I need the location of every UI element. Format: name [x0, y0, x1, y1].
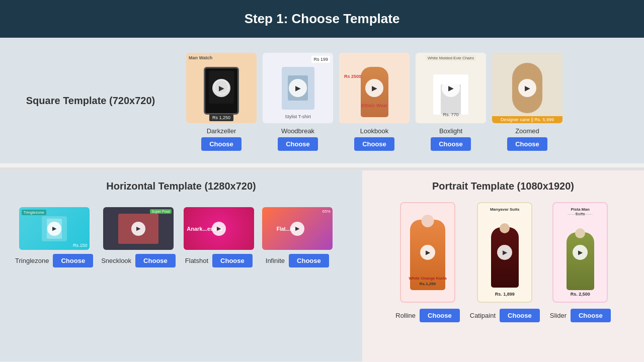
- portrait-template-section: Portrait Template (1080x1920) White Oran…: [362, 170, 644, 361]
- zoomed-play[interactable]: ▶: [518, 79, 536, 97]
- template-thumb-snecklook[interactable]: Super Pose ▶: [103, 207, 174, 250]
- catipaint-name: Catipaint: [470, 312, 496, 319]
- square-templates-row: Man Watch Rs 1,250 ▶ Darkzeller Choose R…: [181, 43, 644, 158]
- template-thumb-slider[interactable]: Pista ManSuits Rs. 2,500 ▶: [552, 202, 608, 303]
- flatshot-play[interactable]: ▶: [212, 222, 226, 236]
- horiz-templates-row: Tringlezone Rs.150 ▶ Tringlezone Choose …: [10, 207, 352, 267]
- template-thumb-catipaint[interactable]: Manyavar Suits Rs. 1,899 ▶: [477, 202, 532, 303]
- boxlight-price: Rs. 770: [443, 112, 458, 117]
- template-item-boxlight: White Molded Evie Chairs Rs. 770 ▶ Boxli…: [416, 53, 486, 151]
- template-thumb-infinite[interactable]: Flat...ies 65% ▶: [262, 207, 333, 250]
- lookbook-footer: Lookbook Choose: [339, 127, 410, 151]
- slider-name: Slider: [550, 312, 567, 319]
- template-item-woodbreak: Rs 199 Stylist T-shirt ▶ Woodbreak Choos…: [263, 53, 333, 151]
- woodbreak-play[interactable]: ▶: [289, 79, 307, 97]
- darkzeller-name: Darkzeller: [207, 127, 236, 135]
- bottom-section: Horizontal Template (644x362) Tringlezo…: [0, 170, 644, 361]
- template-item-snecklook: Super Pose ▶ Snecklook Choose: [101, 207, 176, 267]
- boxlight-play[interactable]: ▶: [442, 79, 460, 97]
- lookbook-price: Rs 2500: [344, 74, 361, 79]
- lookbook-play[interactable]: ▶: [365, 79, 383, 97]
- template-thumb-darkzeller[interactable]: Man Watch Rs 1,250 ▶: [186, 53, 257, 123]
- template-thumb-lookbook[interactable]: Rs 2500 Ethnic Wear ▶: [339, 53, 410, 123]
- tringlezone-name: Tringlezone: [15, 257, 49, 264]
- boxlight-title-top: White Molded Evie Chairs: [426, 55, 476, 61]
- template-thumb-boxlight[interactable]: White Molded Evie Chairs Rs. 770 ▶: [416, 53, 486, 123]
- darkzeller-choose-btn[interactable]: Choose: [201, 137, 242, 151]
- snecklook-play[interactable]: ▶: [131, 222, 145, 236]
- darkzeller-play[interactable]: ▶: [212, 79, 230, 97]
- darkzeller-label-top: Man Watch: [189, 55, 212, 60]
- woodbreak-footer: Woodbreak Choose: [263, 127, 333, 151]
- template-item-darkzeller: Man Watch Rs 1,250 ▶ Darkzeller Choose: [186, 53, 257, 151]
- template-item-catipaint: Manyavar Suits Rs. 1,899 ▶ Catipaint Cho…: [470, 202, 540, 322]
- template-item-rolline: White Orange KurtaRs.1,250 ▶ Rolline Cho…: [395, 202, 459, 322]
- boxlight-name: Boxlight: [439, 127, 462, 135]
- slider-play[interactable]: ▶: [573, 245, 588, 260]
- flatshot-name: Flatshot: [185, 257, 208, 264]
- rolline-name: Rolline: [395, 312, 416, 319]
- page-header: Step 1: Choose Template: [0, 0, 644, 38]
- template-item-tringlezone: Tringlezone Rs.150 ▶ Tringlezone Choose: [15, 207, 93, 267]
- template-item-slider: Pista ManSuits Rs. 2,500 ▶ Slider Choose: [550, 202, 611, 322]
- lookbook-choose-btn[interactable]: Choose: [354, 137, 394, 151]
- lookbook-name: Lookbook: [360, 127, 388, 135]
- flatshot-choose-btn[interactable]: Choose: [212, 254, 253, 267]
- catipaint-choose-btn[interactable]: Choose: [500, 309, 540, 322]
- template-thumb-rolline[interactable]: White Orange KurtaRs.1,250 ▶: [400, 202, 455, 303]
- template-thumb-tringlezone[interactable]: Tringlezone Rs.150 ▶: [19, 207, 90, 250]
- template-thumb-zoomed[interactable]: Designer cane || Rs. 5,999 ▶: [492, 53, 562, 123]
- rolline-play[interactable]: ▶: [420, 245, 435, 260]
- lookbook-label: Ethnic Wear: [361, 103, 387, 108]
- template-item-flatshot: Anark...esses ▶ Flatshot Choose: [184, 207, 254, 267]
- template-thumb-flatshot[interactable]: Anark...esses ▶: [184, 207, 254, 250]
- zoomed-price-bar: Designer cane || Rs. 5,999: [492, 116, 562, 123]
- template-item-zoomed: Designer cane || Rs. 5,999 ▶ Zoomed Choo…: [492, 53, 562, 151]
- woodbreak-choose-btn[interactable]: Choose: [278, 137, 318, 151]
- woodbreak-price-top: Rs 199: [311, 56, 330, 63]
- square-template-label: Square Template (720x720): [0, 43, 181, 158]
- square-template-section: Square Template (720x720) Man Watch Rs 1…: [0, 38, 644, 163]
- slider-choose-btn[interactable]: Choose: [571, 309, 611, 322]
- snecklook-choose-btn[interactable]: Choose: [135, 254, 176, 267]
- tringlezone-play[interactable]: ▶: [47, 222, 61, 236]
- snecklook-name: Snecklook: [101, 257, 131, 264]
- infinite-choose-btn[interactable]: Choose: [289, 254, 329, 267]
- snecklook-badge: Super Pose: [150, 209, 172, 214]
- darkzeller-price: Rs 1,250: [209, 114, 233, 121]
- rolline-choose-btn[interactable]: Choose: [420, 309, 460, 322]
- template-item-infinite: Flat...ies 65% ▶ Infinite Choose: [262, 207, 333, 267]
- tringlezone-choose-btn[interactable]: Choose: [53, 254, 93, 267]
- zoomed-choose-btn[interactable]: Choose: [507, 137, 547, 151]
- template-thumb-woodbreak[interactable]: Rs 199 Stylist T-shirt ▶: [263, 53, 333, 123]
- infinite-name: Infinite: [266, 257, 285, 264]
- zoomed-name: Zoomed: [515, 127, 539, 135]
- zoomed-footer: Zoomed Choose: [492, 127, 562, 151]
- portrait-template-label: Portrait Template (1080x1920): [372, 180, 634, 192]
- portrait-templates-row: White Orange KurtaRs.1,250 ▶ Rolline Cho…: [372, 202, 634, 322]
- woodbreak-name: Woodbreak: [281, 127, 314, 135]
- woodbreak-subtitle: Stylist T-shirt: [285, 114, 310, 119]
- horizontal-template-label: Horizontal Template (644x362): [10, 180, 352, 192]
- horizontal-template-section: Horizontal Template (644x362) Tringlezo…: [0, 170, 362, 361]
- template-item-lookbook: Rs 2500 Ethnic Wear ▶ Lookbook Choose: [339, 53, 410, 151]
- darkzeller-footer: Darkzeller Choose: [186, 127, 257, 151]
- page-title: Step 1: Choose Template: [245, 11, 400, 26]
- boxlight-choose-btn[interactable]: Choose: [431, 137, 471, 151]
- catipaint-play[interactable]: ▶: [497, 245, 512, 260]
- infinite-play[interactable]: ▶: [290, 222, 304, 236]
- boxlight-footer: Boxlight Choose: [416, 127, 486, 151]
